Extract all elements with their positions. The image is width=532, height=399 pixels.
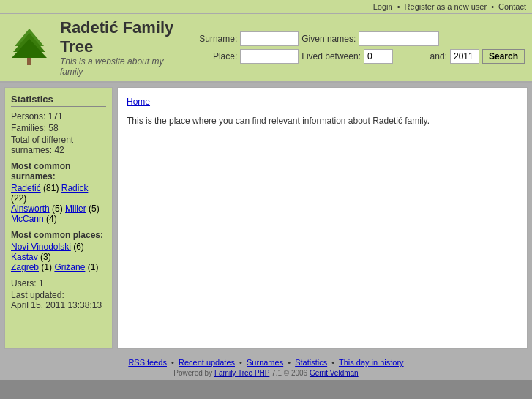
place-link-grizane[interactable]: Grižane (54, 262, 85, 272)
register-link[interactable]: Register as a new user (405, 2, 487, 11)
place-input[interactable] (240, 49, 299, 64)
sidebar-title: Statistics (11, 94, 106, 107)
place-link-zagreb[interactable]: Zagreb (11, 262, 39, 272)
families-stat: Families: 58 (11, 123, 106, 133)
surname-input[interactable] (240, 31, 299, 46)
place-label: Place: (186, 51, 237, 61)
content-intro: This is the place where you can find rel… (127, 114, 518, 127)
header-title-block: Radetić Family Tree This is a website ab… (60, 18, 186, 77)
surname-label: Surname: (186, 34, 237, 44)
year-to-input[interactable]: 2011 (450, 49, 479, 64)
given-names-input[interactable] (359, 31, 439, 46)
surname-radetić: Radetić (81) Radick (22) (11, 183, 106, 204)
last-updated-stat: Last updated: April 15, 2011 13:38:13 (11, 290, 106, 310)
site-logo (7, 26, 51, 70)
main-layout: Statistics Persons: 171 Families: 58 Tot… (0, 83, 532, 354)
surname-link-radetic[interactable]: Radetić (11, 183, 41, 193)
persons-stat: Persons: 171 (11, 111, 106, 122)
statistics-link[interactable]: Statistics (295, 358, 327, 367)
powered-by: Powered by Family Tree PHP 7.1 © 2006 Ge… (6, 369, 526, 377)
surname-link-ainsworth[interactable]: Ainsworth (11, 204, 50, 214)
common-surnames-title: Most common surnames: (11, 161, 106, 182)
diff-surnames-stat: Total of different surnames: 42 (11, 135, 106, 155)
surname-link-mccann[interactable]: McCann (11, 214, 44, 224)
author-link[interactable]: Gerrit Veldman (310, 369, 359, 377)
surnames-link[interactable]: Surnames (247, 358, 283, 367)
this-day-link[interactable]: This day in history (339, 358, 404, 367)
surname-link-radick[interactable]: Radick (61, 183, 89, 193)
family-tree-php-link[interactable]: Family Tree PHP (214, 369, 269, 377)
sep1: • (397, 2, 400, 11)
search-form: Surname: Given names: Place: Lived betwe… (186, 31, 525, 64)
year-from-input[interactable]: 0 (364, 49, 393, 64)
surname-ainsworth: Ainsworth (5) Miller (5) (11, 204, 106, 214)
rss-link[interactable]: RSS feeds (128, 358, 167, 367)
footer-links: RSS feeds • Recent updates • Surnames • … (6, 358, 526, 367)
place-zagreb: Zagreb (1) Grižane (1) (11, 262, 106, 272)
sep2: • (491, 2, 494, 11)
site-title: Radetić Family Tree (60, 18, 186, 56)
surname-mccann: McCann (4) (11, 214, 106, 224)
common-places-title: Most common places: (11, 230, 106, 240)
site-subtitle: This is a website about my family (60, 56, 186, 77)
header: Radetić Family Tree This is a website ab… (0, 14, 532, 83)
top-bar: Login • Register as a new user • Contact (0, 0, 532, 14)
sidebar: Statistics Persons: 171 Families: 58 Tot… (4, 87, 113, 349)
surname-row: Surname: Given names: (186, 31, 525, 46)
lived-between-label: Lived between: (301, 51, 361, 61)
given-names-label: Given names: (301, 34, 356, 44)
users-stat: Users: 1 (11, 278, 106, 288)
search-button[interactable]: Search (482, 49, 525, 64)
place-novi: Novi Vinodolski (6) Kastav (3) (11, 242, 106, 262)
content-area: Home This is the place where you can fin… (117, 87, 528, 349)
login-link[interactable]: Login (373, 2, 393, 11)
footer: RSS feeds • Recent updates • Surnames • … (0, 354, 532, 380)
home-link[interactable]: Home (127, 97, 518, 107)
contact-link[interactable]: Contact (498, 2, 526, 11)
place-row: Place: Lived between: 0 and: 2011 Search (186, 49, 525, 64)
place-link-kastav[interactable]: Kastav (11, 252, 38, 262)
and-label: and: (396, 51, 447, 61)
surname-link-miller[interactable]: Miller (65, 204, 86, 214)
recent-updates-link[interactable]: Recent updates (179, 358, 235, 367)
place-link-novi[interactable]: Novi Vinodolski (11, 242, 71, 252)
